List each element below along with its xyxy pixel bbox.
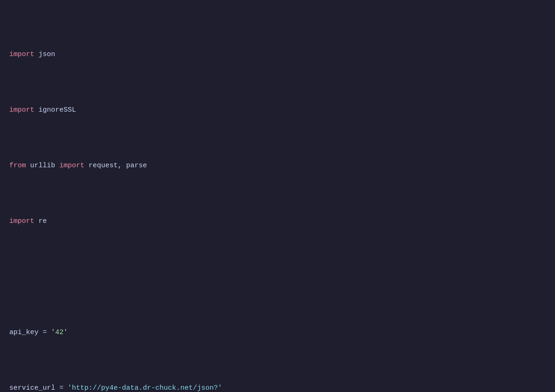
code-line-3: from urllib import request, parse xyxy=(0,160,555,171)
module-json: json xyxy=(38,49,55,60)
code-editor[interactable]: import json import ignoreSSL from urllib… xyxy=(0,0,555,392)
code-line-4: import re xyxy=(0,216,555,227)
str-url: 'http://py4e-data.dr-chuck.net/json?' xyxy=(68,383,222,392)
code-line-7: service_url = 'http://py4e-data.dr-chuck… xyxy=(0,383,555,392)
keyword-from: from xyxy=(9,160,26,171)
keyword-import: import xyxy=(9,49,34,60)
str-42: '42' xyxy=(51,327,68,338)
var-api-key: api_key xyxy=(9,327,38,338)
code-line-6: api_key = '42' xyxy=(0,327,555,338)
code-line-5 xyxy=(0,272,555,283)
code-line-2: import ignoreSSL xyxy=(0,105,555,116)
module-ignoressl: ignoreSSL xyxy=(38,105,76,116)
var-service-url: service_url xyxy=(9,383,55,392)
code-line-1: import json xyxy=(0,49,555,60)
keyword-import2: import xyxy=(9,105,34,116)
keyword-import4: import xyxy=(9,216,34,227)
keyword-import3: import xyxy=(59,160,84,171)
